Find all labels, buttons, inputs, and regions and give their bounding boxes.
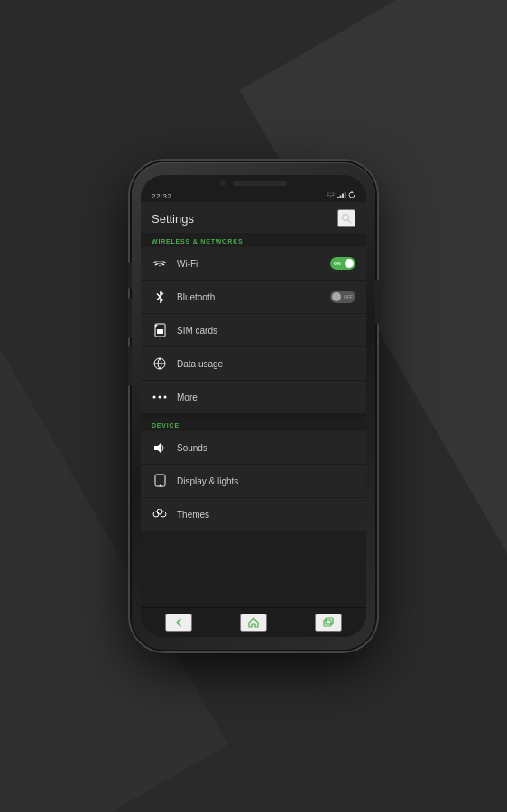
themes-label: Themes — [177, 510, 355, 520]
camera-dot — [220, 180, 226, 186]
svg-point-13 — [153, 396, 156, 399]
bottom-nav-bar — [141, 607, 366, 637]
volume-icon — [152, 439, 168, 456]
volume-down-button — [128, 298, 132, 338]
wifi-setting-item[interactable]: Wi-Fi — [141, 247, 366, 281]
signal-status-icon — [337, 192, 346, 200]
wireless-section-label: WIRELESS & NETWORKS — [141, 233, 366, 247]
bluetooth-toggle-knob — [332, 292, 341, 301]
svg-line-8 — [157, 297, 161, 300]
status-time: 22:32 — [152, 192, 172, 200]
speaker-grille — [233, 181, 287, 186]
bluetooth-setting-item[interactable]: Bluetooth — [141, 281, 366, 314]
status-bar: 22:32 — [141, 189, 366, 202]
simcards-setting-item[interactable]: SIM cards — [141, 314, 366, 347]
wifi-icon — [152, 255, 168, 272]
settings-header: Settings — [141, 202, 366, 233]
bluetooth-icon — [152, 289, 168, 305]
themes-icon — [152, 506, 168, 522]
svg-rect-10 — [157, 329, 163, 334]
sync-status-icon — [348, 191, 355, 200]
display-label: Display & lights — [177, 476, 355, 486]
bluetooth-label: Bluetooth — [177, 292, 321, 302]
more-setting-item[interactable]: More — [141, 381, 366, 414]
svg-marker-16 — [154, 443, 161, 453]
globe-icon — [152, 355, 168, 372]
page-title: Settings — [152, 212, 194, 226]
search-button[interactable] — [337, 209, 355, 227]
wifi-label: Wi-Fi — [177, 259, 321, 269]
simcards-label: SIM cards — [177, 326, 355, 336]
power-button — [375, 280, 379, 325]
sounds-setting-item[interactable]: Sounds — [141, 431, 366, 465]
svg-point-14 — [159, 396, 161, 399]
svg-rect-0 — [337, 197, 339, 198]
back-nav-button[interactable] — [165, 614, 192, 632]
svg-point-18 — [160, 485, 161, 486]
sim-icon — [152, 322, 168, 338]
svg-point-20 — [161, 512, 166, 517]
svg-rect-3 — [345, 192, 346, 198]
bluetooth-toggle[interactable] — [330, 291, 355, 303]
status-icons — [327, 191, 355, 200]
wifi-status-icon — [327, 192, 335, 200]
home-nav-button[interactable] — [240, 614, 267, 632]
svg-rect-2 — [342, 193, 344, 198]
display-setting-item[interactable]: Display & lights — [141, 465, 366, 498]
svg-rect-1 — [340, 195, 342, 198]
more-dots-icon — [152, 389, 168, 405]
camera-button — [128, 346, 132, 386]
svg-point-15 — [164, 396, 167, 399]
sounds-label: Sounds — [177, 443, 355, 453]
svg-point-19 — [153, 512, 159, 517]
datausage-setting-item[interactable]: Data usage — [141, 347, 366, 381]
device-section-label: DEVICE — [141, 417, 366, 431]
wifi-toggle-knob — [345, 259, 354, 268]
svg-rect-23 — [326, 618, 333, 624]
svg-point-21 — [157, 509, 162, 514]
volume-up-button — [128, 262, 132, 289]
phone-device: 22:32 — [132, 162, 375, 650]
settings-list: WIRELESS & NETWORKS Wi-Fi — [141, 233, 366, 607]
phone-screen: 22:32 — [141, 175, 366, 637]
themes-setting-item[interactable]: Themes — [141, 498, 366, 531]
top-sensor-bar — [141, 175, 366, 189]
svg-point-5 — [343, 215, 349, 221]
wifi-toggle[interactable] — [330, 257, 355, 270]
svg-line-6 — [348, 220, 352, 224]
recents-nav-button[interactable] — [315, 614, 342, 632]
datausage-label: Data usage — [177, 359, 355, 369]
svg-rect-22 — [324, 620, 331, 626]
display-icon — [152, 473, 168, 489]
more-label: More — [177, 392, 355, 402]
svg-rect-17 — [155, 475, 165, 486]
